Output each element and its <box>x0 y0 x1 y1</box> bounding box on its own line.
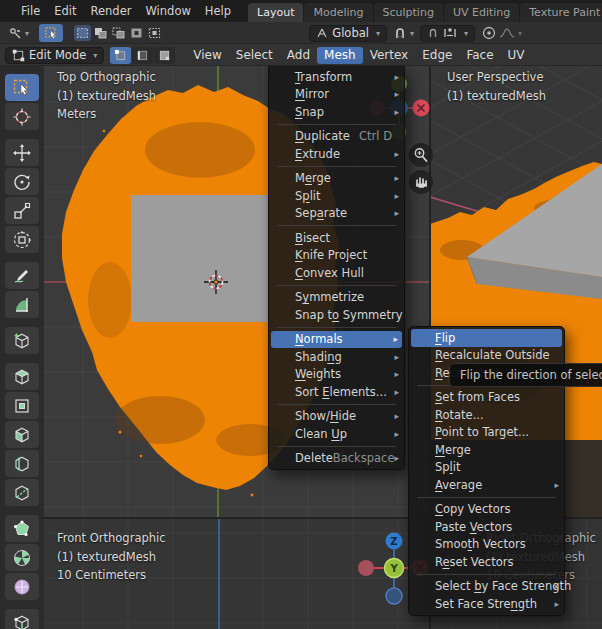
tool-poly-build[interactable] <box>5 515 39 542</box>
submenu-item-set-from-faces[interactable]: Set from Faces <box>409 389 564 407</box>
menu-item-snap[interactable]: Snap <box>269 103 404 121</box>
tab-modeling[interactable]: Modeling <box>304 3 372 22</box>
select-mode-subtract[interactable] <box>110 25 127 41</box>
menu-item-merge[interactable]: Merge <box>269 170 404 188</box>
menu-item-transform[interactable]: Transform <box>269 68 404 86</box>
pan-hand-button[interactable] <box>409 170 433 194</box>
zoom-button[interactable] <box>409 143 433 167</box>
tool-loop-cut[interactable] <box>5 450 39 477</box>
menu-item-bisect[interactable]: Bisect <box>269 229 404 247</box>
menu-item-duplicate[interactable]: DuplicateCtrl D <box>269 128 404 146</box>
menu-separator <box>269 121 404 128</box>
tool-transform[interactable] <box>5 226 39 253</box>
header-menu-view[interactable]: View <box>186 47 228 64</box>
submenu-item-merge[interactable]: Merge <box>409 441 564 459</box>
menu-separator <box>409 494 564 501</box>
menu-file[interactable]: File <box>14 0 47 22</box>
annotate-pen-icon <box>12 266 32 286</box>
submenu-item-smooth-vectors[interactable]: Smooth Vectors <box>409 536 564 554</box>
menu-item-mirror[interactable]: Mirror <box>269 86 404 104</box>
menu-item-normals[interactable]: Normals <box>271 331 402 349</box>
submenu-item-split[interactable]: Split <box>409 459 564 477</box>
falloff-curve-icon <box>499 27 515 39</box>
shortcut-label: Backspace <box>333 451 395 465</box>
snapping-toggle[interactable] <box>393 26 414 40</box>
menu-item-shading[interactable]: Shading <box>269 348 404 366</box>
magnet-small-icon <box>427 27 439 39</box>
tab-uv-editing[interactable]: UV Editing <box>444 3 519 22</box>
smooth-icon <box>12 577 32 597</box>
edit-mode-icon <box>12 49 25 62</box>
tab-layout[interactable]: Layout <box>248 3 303 22</box>
header-menu-uv[interactable]: UV <box>501 47 532 64</box>
header-menu-vertex[interactable]: Vertex <box>363 47 416 64</box>
menu-item-symmetrize[interactable]: Symmetrize <box>269 289 404 307</box>
header-menu-select[interactable]: Select <box>229 47 280 64</box>
header-menu-edge[interactable]: Edge <box>415 47 459 64</box>
mode-dropdown[interactable]: Edit Mode <box>5 47 104 64</box>
menu-help[interactable]: Help <box>198 0 238 22</box>
snap-settings-dropdown[interactable] <box>420 25 475 42</box>
menu-item-separate[interactable]: Separate <box>269 205 404 223</box>
menu-item-clean-up[interactable]: Clean Up <box>269 425 404 443</box>
plane-top-view[interactable] <box>131 195 267 322</box>
tool-edge-slide[interactable] <box>5 609 39 629</box>
menu-item-weights[interactable]: Weights <box>269 366 404 384</box>
tool-move[interactable] <box>5 139 39 166</box>
tab-texture-paint[interactable]: Texture Paint <box>520 3 602 22</box>
header-menu-face[interactable]: Face <box>459 47 500 64</box>
menu-window[interactable]: Window <box>138 0 197 22</box>
submenu-item-set-face-strength[interactable]: Set Face Strength <box>409 595 564 613</box>
menu-item-convex-hull[interactable]: Convex Hull <box>269 264 404 282</box>
transform-orientation-dropdown[interactable]: Global <box>309 25 387 42</box>
tab-sculpting[interactable]: Sculpting <box>374 3 443 22</box>
proportional-falloff-dropdown[interactable] <box>499 27 522 39</box>
tool-cursor[interactable] <box>5 103 39 130</box>
menu-item-extrude[interactable]: Extrude <box>269 145 404 163</box>
submenu-item-flip[interactable]: Flip <box>411 329 562 347</box>
submenu-item-recalculate-outside[interactable]: Recalculate Outside <box>409 347 564 365</box>
tool-knife[interactable] <box>5 479 39 506</box>
tool-annotate[interactable] <box>5 262 39 289</box>
header-menu-mesh[interactable]: Mesh <box>317 47 363 64</box>
tool-select-box[interactable] <box>5 74 39 101</box>
submenu-item-point-to-target[interactable]: Point to Target... <box>409 424 564 442</box>
submenu-item-paste-vectors[interactable]: Paste Vectors <box>409 518 564 536</box>
tool-smooth[interactable] <box>5 573 39 600</box>
select-box-icon <box>44 26 59 41</box>
select-mode-set[interactable] <box>74 25 91 41</box>
select-mode-extend[interactable] <box>92 25 109 41</box>
menu-render[interactable]: Render <box>84 0 139 22</box>
menu-item-snap-to-symmetry[interactable]: Snap to Symmetry <box>269 306 404 324</box>
menu-item-delete[interactable]: DeleteBackspace <box>269 450 404 468</box>
menu-edit[interactable]: Edit <box>47 0 83 22</box>
proportional-editing-toggle[interactable] <box>481 25 498 41</box>
tool-extrude-region[interactable] <box>5 363 39 390</box>
select-mode-invert[interactable] <box>128 25 145 41</box>
select-mode-intersect[interactable] <box>146 25 163 41</box>
tool-scale[interactable] <box>5 197 39 224</box>
gizmo-ball-x-neg[interactable] <box>358 560 374 576</box>
menu-item-knife-project[interactable]: Knife Project <box>269 247 404 265</box>
submenu-item-reset-vectors[interactable]: Reset Vectors <box>409 553 564 571</box>
select-mode-edge[interactable] <box>132 47 153 64</box>
submenu-item-average[interactable]: Average <box>409 476 564 494</box>
tool-spin[interactable] <box>5 544 39 571</box>
menu-item-split[interactable]: Split <box>269 187 404 205</box>
menu-item-sort-elements[interactable]: Sort Elements... <box>269 383 404 401</box>
select-mode-vertex[interactable] <box>110 47 131 64</box>
tool-measure[interactable] <box>5 291 39 318</box>
active-tool-select-box-button[interactable] <box>39 24 63 42</box>
tool-inset-faces[interactable] <box>5 392 39 419</box>
menu-item-show-hide[interactable]: Show/Hide <box>269 408 404 426</box>
tool-bevel[interactable] <box>5 421 39 448</box>
tool-rotate[interactable] <box>5 168 39 195</box>
select-mode-face[interactable] <box>154 47 175 64</box>
tool-add-cube[interactable] <box>5 327 39 354</box>
active-tool-dropdown[interactable] <box>8 26 29 40</box>
header-menu-add[interactable]: Add <box>280 47 317 64</box>
submenu-item-rotate[interactable]: Rotate... <box>409 406 564 424</box>
submenu-item-copy-vectors[interactable]: Copy Vectors <box>409 501 564 519</box>
gizmo-ball-z-neg[interactable] <box>386 588 402 604</box>
submenu-item-select-by-face-strength[interactable]: Select by Face Strength <box>409 578 564 596</box>
